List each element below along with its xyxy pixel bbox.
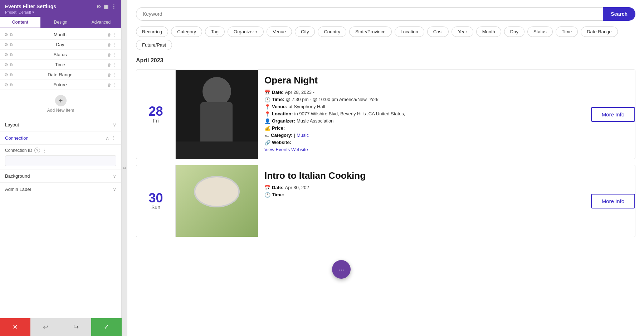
help-icon[interactable]: ? — [34, 148, 40, 153]
delete-icon[interactable] — [107, 62, 111, 67]
item-setting-icons — [4, 72, 13, 77]
delete-icon[interactable] — [107, 52, 111, 57]
tab-advanced[interactable]: Advanced — [81, 17, 121, 28]
filter-pill[interactable]: State/Province — [349, 27, 392, 37]
search-input[interactable] — [136, 7, 603, 21]
organizer-label: Organizer: — [272, 118, 295, 124]
drag-icon[interactable] — [113, 62, 117, 67]
connection-id-more-icon[interactable]: ⋮ — [42, 148, 47, 153]
more-info-button[interactable]: More Info — [591, 107, 635, 122]
add-item-label: Add New Item — [47, 108, 74, 113]
filter-pill[interactable]: Future/Past — [136, 40, 172, 50]
connection-more-icon[interactable]: ⋮ — [111, 135, 116, 141]
delete-icon[interactable] — [107, 72, 111, 77]
category-link[interactable]: Music — [297, 133, 309, 138]
filter-pill[interactable]: Month — [476, 27, 501, 37]
filter-pill[interactable]: Country — [318, 27, 346, 37]
connection-section-header[interactable]: Connection ∧ ⋮ — [0, 131, 121, 144]
cooking-image-placeholder — [176, 165, 258, 237]
filter-pill[interactable]: City — [295, 27, 315, 37]
drag-icon[interactable] — [113, 82, 117, 87]
tab-content[interactable]: Content — [0, 17, 40, 28]
filter-pill[interactable]: Date Range — [581, 27, 618, 37]
delete-icon[interactable] — [107, 32, 111, 37]
filter-pill[interactable]: Status — [527, 27, 553, 37]
panel-resizer[interactable]: ⇔ — [122, 0, 127, 336]
item-action-icons — [107, 72, 117, 77]
bottom-bar: ✕ ↩ ↪ ✓ — [0, 318, 122, 336]
filter-pill[interactable]: Cost — [427, 27, 449, 37]
drag-icon[interactable] — [113, 72, 117, 77]
view-events-website-link[interactable]: View Events Website — [264, 147, 308, 152]
event-title: Intro to Italian Cooking — [264, 170, 581, 181]
delete-icon[interactable] — [107, 42, 111, 47]
clock-icon: 🕐 — [264, 97, 270, 102]
confirm-button[interactable]: ✓ — [91, 318, 122, 336]
time-label: Time: — [272, 192, 284, 197]
drag-icon[interactable] — [113, 52, 117, 57]
time-value: @ 7:30 pm - @ 10:00 pm America/New_York — [286, 97, 378, 102]
filter-pill[interactable]: Organizer▾ — [228, 27, 264, 37]
copy-icon[interactable] — [10, 62, 13, 67]
more-info-button[interactable]: More Info — [591, 194, 635, 208]
filter-pill[interactable]: Day — [504, 27, 525, 37]
venue-label: Venue: — [272, 104, 287, 109]
undo-button[interactable]: ↩ — [30, 318, 61, 336]
search-bar: Search — [136, 7, 635, 21]
layout-section[interactable]: Layout ∨ — [0, 118, 121, 131]
layout-icon[interactable]: ▦ — [104, 4, 108, 9]
filter-pill[interactable]: Location — [395, 27, 424, 37]
event-image — [176, 165, 258, 237]
connection-id-input[interactable] — [5, 155, 116, 166]
admin-label-icons: ∨ — [113, 186, 116, 192]
panel-title-text: Events Filter Settings — [5, 4, 56, 9]
gear-icon[interactable] — [4, 42, 8, 47]
venue-value: at Symphony Hall — [289, 104, 325, 109]
pill-label: Date Range — [587, 29, 611, 34]
copy-icon[interactable] — [10, 82, 13, 87]
gear-icon[interactable] — [4, 82, 8, 87]
cancel-button[interactable]: ✕ — [0, 318, 30, 336]
item-action-icons — [107, 52, 117, 57]
meta-date: 📅 Date: Apr 30, 202 — [264, 185, 581, 191]
event-card-inner: Opera Night 📅 Date: Apr 28, 2023 - 🕐 Tim… — [258, 70, 635, 159]
filter-pill[interactable]: Recurring — [136, 27, 168, 37]
panel-preset[interactable]: Preset: Default ▾ — [5, 10, 116, 15]
copy-icon[interactable] — [10, 52, 13, 57]
add-new-item-button[interactable]: + Add New Item — [0, 90, 121, 118]
filter-pill[interactable]: Tag — [205, 27, 225, 37]
meta-category: 🏷 Category: | Music — [264, 133, 581, 138]
copy-icon[interactable] — [10, 72, 13, 77]
drag-icon[interactable] — [113, 32, 117, 37]
copy-icon[interactable] — [10, 32, 13, 37]
background-section[interactable]: Background ∨ — [0, 169, 121, 182]
gear-icon[interactable] — [4, 52, 8, 57]
filter-pill[interactable]: Year — [452, 27, 473, 37]
focus-icon[interactable]: ⊙ — [97, 4, 101, 9]
pill-label: Country — [324, 29, 340, 34]
filter-pill[interactable]: Time — [556, 27, 578, 37]
drag-icon[interactable] — [113, 42, 117, 47]
filter-item: Time — [0, 60, 121, 70]
floating-orb-button[interactable]: ··· — [332, 260, 351, 279]
delete-icon[interactable] — [107, 82, 111, 87]
tab-design[interactable]: Design — [40, 17, 81, 28]
gear-icon[interactable] — [4, 72, 8, 77]
search-button[interactable]: Search — [603, 7, 635, 21]
more-icon[interactable]: ⋮ — [111, 4, 116, 9]
layout-icons: ∨ — [113, 122, 116, 128]
chevron-up-icon: ∧ — [106, 135, 109, 141]
copy-icon[interactable] — [10, 42, 13, 47]
gear-icon[interactable] — [4, 62, 8, 67]
gear-icon[interactable] — [4, 32, 8, 37]
website-label: Website: — [272, 140, 291, 145]
filter-pill[interactable]: Venue — [267, 27, 292, 37]
pill-label: Location — [401, 29, 418, 34]
organizer-value: Music Association — [297, 118, 333, 124]
redo-button[interactable]: ↪ — [61, 318, 91, 336]
filter-pill[interactable]: Category — [171, 27, 202, 37]
admin-label-section[interactable]: Admin Label ∨ — [0, 182, 121, 196]
event-date-day: Sun — [151, 205, 160, 210]
meta-website: 🔗 Website: — [264, 140, 581, 145]
meta-time: 🕐 Time: @ 7:30 pm - @ 10:00 pm America/N… — [264, 97, 581, 102]
